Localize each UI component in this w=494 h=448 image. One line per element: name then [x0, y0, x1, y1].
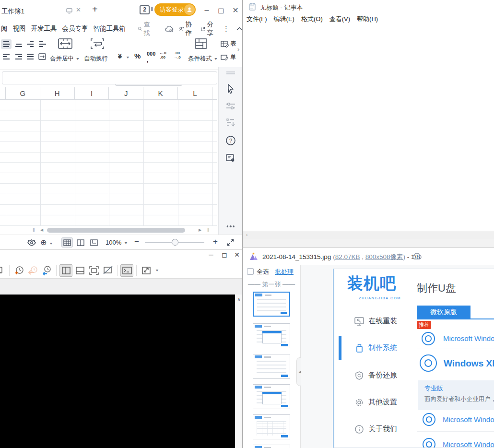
- column-headers[interactable]: G H I J K L: [0, 87, 217, 100]
- formula-bar[interactable]: [2, 71, 217, 84]
- filesize-link[interactable]: 82.07KB: [335, 253, 360, 260]
- percent-format-button[interactable]: %: [134, 52, 141, 60]
- align-center-icon[interactable]: [1, 39, 12, 49]
- text-orientation-icon[interactable]: [37, 52, 48, 61]
- scroll-up-icon[interactable]: ∧: [237, 297, 241, 302]
- tab-close-icon[interactable]: ✕: [76, 6, 81, 13]
- thumbnail-3[interactable]: [253, 354, 290, 379]
- notepad-text-area[interactable]: [243, 25, 494, 231]
- tab-monitor-icon[interactable]: [66, 8, 72, 14]
- more-tools-icon[interactable]: [226, 225, 235, 227]
- menu-file[interactable]: 文件(F): [247, 15, 267, 24]
- currency-format-button[interactable]: ¥: [118, 52, 122, 60]
- align-bottom-icon[interactable]: [13, 39, 24, 49]
- cursor-select-icon[interactable]: [226, 83, 235, 95]
- preview-image[interactable]: 装机吧 ZHUANGJIBA.COM 制作U盘 微软原版 推荐 Microsof…: [333, 269, 494, 448]
- console-icon[interactable]: [120, 264, 133, 277]
- batch-process-link[interactable]: 批处理: [275, 268, 294, 276]
- menu-member[interactable]: 会员专享: [62, 24, 88, 33]
- normal-view-button[interactable]: [61, 237, 73, 248]
- column-header[interactable]: J: [109, 87, 143, 99]
- increase-indent-icon[interactable]: [37, 39, 48, 49]
- show-library-icon[interactable]: [59, 264, 72, 277]
- maximize-button[interactable]: ◻: [219, 251, 230, 259]
- menu-edit[interactable]: 编辑(E): [274, 15, 294, 24]
- cloud-icon[interactable]: [412, 252, 422, 260]
- scroll-left-icon[interactable]: ‹: [246, 232, 247, 237]
- wrap-text-icon[interactable]: [90, 38, 105, 49]
- merge-center-button[interactable]: 合并居中 ▼: [50, 55, 80, 63]
- manage-snapshots-icon[interactable]: [40, 264, 53, 277]
- sliders-icon[interactable]: [226, 102, 235, 110]
- menu-help[interactable]: 帮助(H): [357, 15, 378, 24]
- column-header[interactable]: L: [178, 87, 212, 99]
- help-icon[interactable]: ?: [225, 135, 236, 146]
- column-header[interactable]: G: [6, 87, 40, 99]
- take-snapshot-icon[interactable]: [12, 264, 25, 277]
- thumbnail-6[interactable]: [253, 445, 290, 448]
- eye-protect-icon[interactable]: [26, 239, 37, 247]
- decrease-indent-icon[interactable]: [25, 39, 35, 49]
- selection-mode-caret[interactable]: ▼: [49, 242, 53, 246]
- sheet-hscrollbar[interactable]: ‖ ◀ ▶ ‖: [0, 226, 217, 235]
- cloud-sync-icon[interactable]: [165, 25, 174, 32]
- drag-handle-icon[interactable]: [226, 71, 235, 75]
- thumbnail-5[interactable]: [253, 414, 290, 439]
- wrap-text-button[interactable]: 自动换行: [84, 55, 108, 63]
- thumbnail-1-selected[interactable]: [253, 292, 290, 317]
- select-all-checkbox[interactable]: [247, 268, 254, 275]
- vm-vscrollbar[interactable]: ∧: [235, 295, 242, 448]
- menu-format[interactable]: 格式(O): [301, 15, 323, 24]
- align-right-icon[interactable]: [13, 52, 24, 61]
- menu-smart-toolbox[interactable]: 智能工具箱: [94, 24, 126, 33]
- menu-view[interactable]: 视图: [13, 24, 26, 33]
- find-button[interactable]: 查找: [138, 20, 152, 37]
- column-header[interactable]: I: [75, 87, 109, 99]
- collaborate-button[interactable]: 协作: [178, 20, 194, 37]
- conditional-format-button[interactable]: 条件格式 ▼: [188, 55, 218, 63]
- revert-snapshot-icon[interactable]: [26, 264, 39, 277]
- scroll-right-icon[interactable]: ▶: [199, 228, 201, 232]
- thumbnail-4[interactable]: [253, 384, 290, 409]
- scroll-left-icon[interactable]: ◀: [40, 228, 43, 232]
- merge-center-icon[interactable]: [58, 38, 73, 49]
- zoom-out-button[interactable]: −: [134, 237, 139, 247]
- table-style-button[interactable]: 表: [221, 40, 236, 48]
- more-menu-icon[interactable]: ⋮: [223, 24, 230, 33]
- align-left-icon[interactable]: [1, 52, 12, 61]
- collapse-ribbon-icon[interactable]: [236, 27, 242, 31]
- minimize-button[interactable]: –: [205, 250, 217, 259]
- zoom-level-value[interactable]: 100%: [106, 239, 121, 246]
- cell-style-button[interactable]: 单: [221, 53, 236, 61]
- selection-mode-icon[interactable]: ⊕: [40, 238, 47, 247]
- fit-window-caret-icon[interactable]: ▼: [155, 269, 159, 272]
- menu-review[interactable]: 阅: [1, 24, 8, 33]
- decrease-decimal-button[interactable]: ←.0 .00: [159, 51, 166, 59]
- spreadsheet-grid[interactable]: [0, 100, 217, 226]
- vm-screen[interactable]: [0, 295, 235, 448]
- fit-window-icon[interactable]: [140, 264, 153, 277]
- document-tab[interactable]: 工作簿1: [1, 7, 24, 16]
- zoom-in-button[interactable]: +: [213, 237, 218, 247]
- splitter-handle[interactable]: ‖: [33, 227, 35, 233]
- fullscreen-mode-icon[interactable]: [87, 264, 100, 277]
- send-key-icon[interactable]: [0, 264, 6, 277]
- hscroll-thumb[interactable]: [47, 228, 185, 233]
- guest-login-button[interactable]: 访客登录: [154, 3, 196, 16]
- menu-devtools[interactable]: 开发工具: [31, 24, 57, 33]
- fullscreen-icon[interactable]: [226, 238, 235, 247]
- conditional-format-icon[interactable]: [195, 38, 207, 49]
- maximize-button[interactable]: ◻: [216, 6, 226, 15]
- zoom-slider-knob[interactable]: [172, 239, 178, 246]
- minimize-button[interactable]: –: [201, 6, 212, 14]
- ribbon-expand-icon[interactable]: ›: [237, 46, 239, 53]
- page-break-view-button[interactable]: [88, 237, 100, 248]
- notepad-titlebar[interactable]: 无标题 - 记事本: [243, 0, 494, 13]
- flow-reorder-icon[interactable]: [226, 118, 235, 128]
- justify-icon[interactable]: [25, 52, 35, 61]
- close-button[interactable]: ✕: [232, 251, 242, 259]
- column-header[interactable]: K: [143, 87, 178, 99]
- close-button[interactable]: ✕: [230, 6, 241, 15]
- menu-view[interactable]: 查看(V): [329, 15, 350, 24]
- window-list-icon[interactable]: ‖: [151, 5, 153, 12]
